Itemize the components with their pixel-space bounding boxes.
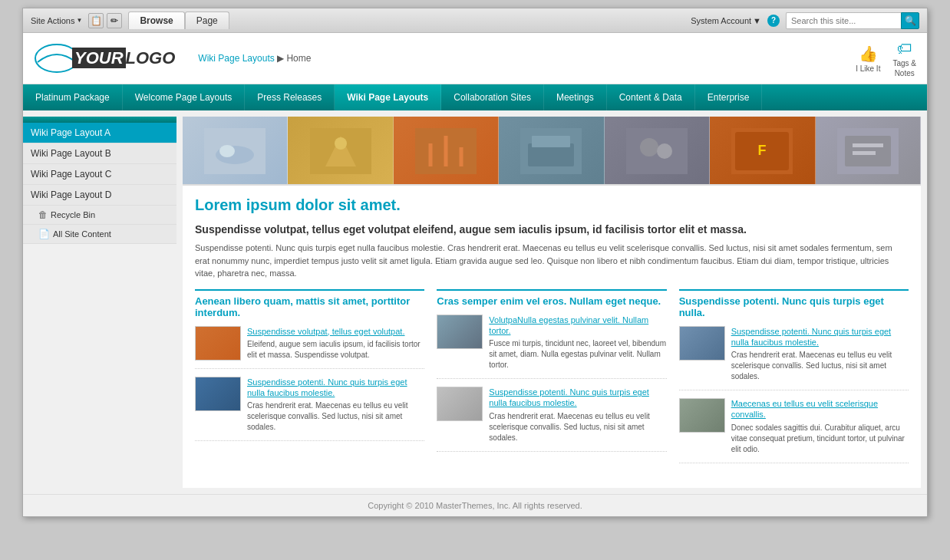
col1-item2-link[interactable]: Suspendisse potenti. Nunc quis turpis eg… [247, 377, 424, 399]
breadcrumb-link[interactable]: Wiki Page Layouts [198, 53, 274, 64]
nav-content[interactable]: Content & Data [607, 84, 695, 110]
help-button[interactable]: ? [767, 15, 780, 27]
recycle-bin-icon: 🗑 [38, 209, 48, 220]
banner-image-6: F [710, 117, 815, 186]
col2-item1-link[interactable]: VolutpaNulla egestas pulvinar velit. Nul… [489, 315, 666, 337]
site-footer: Copyright © 2010 MasterThemes, Inc. All … [23, 494, 927, 516]
col3-item1-text: Suspendisse potenti. Nunc quis turpis eg… [731, 326, 909, 383]
edit-properties-icon[interactable]: ✏ [107, 13, 122, 28]
system-account-menu[interactable]: System Account ▼ [691, 16, 761, 25]
banner-img-svg-2 [310, 128, 371, 174]
search-button[interactable]: 🔍 [901, 12, 919, 29]
sidebar-item-layout-d[interactable]: Wiki Page Layout D [23, 185, 176, 206]
col2-item2-text: Suspendisse potenti. Nunc quis turpis eg… [489, 387, 666, 443]
article-heading1: Lorem ipsum dolor sit amet. [195, 196, 909, 214]
banner-image-2 [288, 117, 393, 186]
notes-label: Notes [895, 69, 915, 77]
logo-text: YOURLOGO [72, 48, 175, 68]
nav-welcome[interactable]: Welcome Page Layouts [123, 84, 246, 110]
svg-point-15 [640, 138, 658, 156]
banner-image-5 [605, 117, 710, 186]
logo-your: YOUR [72, 48, 126, 68]
col2-item2: Suspendisse potenti. Nunc quis turpis eg… [437, 387, 666, 452]
column-2: Cras semper enim vel eros. Nullam eget n… [437, 289, 666, 471]
banner-img-svg-5 [626, 128, 688, 174]
col3-item1-link[interactable]: Suspendisse potenti. Nunc quis turpis eg… [731, 326, 909, 348]
breadcrumb: Wiki Page Layouts ▶ Home [198, 53, 311, 64]
edit-page-icon[interactable]: 📋 [88, 13, 104, 28]
col1-item1: Suspendisse volutpat, tellus eget volutp… [195, 326, 424, 369]
system-account-arrow: ▼ [753, 16, 761, 25]
tags-icon: 🏷 [896, 39, 914, 58]
banner-img-svg-4 [520, 128, 582, 174]
tags-notes-label: Tags & [892, 59, 916, 68]
svg-rect-22 [853, 143, 883, 147]
search-box: 🔍 [786, 12, 919, 29]
col2-item1-text: VolutpaNulla egestas pulvinar velit. Nul… [489, 315, 666, 371]
banner-img-svg-3 [415, 128, 477, 174]
banner-img-svg-6: F [731, 128, 793, 174]
banner-img-svg-7 [837, 128, 899, 174]
col3-item2-link[interactable]: Maecenas eu tellus eu velit scelerisque … [731, 398, 909, 420]
all-site-content-icon: 📄 [38, 229, 50, 239]
nav-collab[interactable]: Collaboration Sites [441, 84, 544, 110]
header-actions: 👍 I Like It 🏷 Tags & Notes [856, 39, 916, 77]
banner-image-7 [816, 117, 921, 186]
col2-item2-image [437, 387, 483, 421]
top-bar: Site Actions ▼ 📋 ✏ Browse Page System Ac… [23, 8, 927, 33]
svg-point-16 [657, 143, 672, 159]
banner-image-1 [183, 117, 288, 186]
header-left: YOURLOGO Wiki Page Layouts ▶ Home [34, 43, 311, 74]
sidebar-item-layout-b[interactable]: Wiki Page Layout B [23, 143, 176, 164]
col1-item1-image [195, 326, 241, 361]
col1-item1-text: Suspendisse volutpat, tellus eget volutp… [247, 326, 424, 361]
nav-press[interactable]: Press Releases [245, 84, 335, 110]
svg-point-3 [219, 145, 235, 157]
article: Lorem ipsum dolor sit amet. Suspendisse … [183, 186, 921, 482]
nav-wiki[interactable]: Wiki Page Layouts [335, 84, 441, 110]
system-account-label: System Account [691, 16, 751, 25]
banner-image-4 [499, 117, 604, 186]
search-input[interactable] [786, 12, 901, 29]
site-actions-menu[interactable]: Site Actions ▼ [31, 16, 82, 25]
breadcrumb-current: Home [286, 53, 311, 64]
main-navigation: Platinum Package Welcome Page Layouts Pr… [23, 84, 927, 110]
nav-meetings[interactable]: Meetings [544, 84, 607, 110]
top-bar-left: Site Actions ▼ 📋 ✏ Browse Page [31, 12, 229, 29]
sidebar: Wiki Page Layout A Wiki Page Layout B Wi… [23, 110, 176, 494]
banner-image-3 [394, 117, 499, 186]
recycle-bin-label: Recycle Bin [51, 210, 95, 219]
column-1: Aenean libero quam, mattis sit amet, por… [195, 289, 424, 471]
col3-item2-image [679, 398, 725, 433]
col3-item2-body: Donec sodales sagittis dui. Curabitur al… [731, 423, 909, 455]
nav-enterprise[interactable]: Enterprise [695, 84, 763, 110]
sidebar-item-layout-c[interactable]: Wiki Page Layout C [23, 164, 176, 185]
i-like-it-button[interactable]: 👍 I Like It [856, 44, 880, 73]
col3-header: Suspendisse potenti. Nunc quis turpis eg… [679, 289, 909, 318]
tags-notes-button[interactable]: 🏷 Tags & Notes [892, 39, 916, 77]
svg-point-6 [335, 137, 347, 150]
logo: YOURLOGO [34, 43, 175, 74]
main-content: F Lorem ipsum dolor sit amet. Suspendiss… [183, 117, 921, 488]
svg-rect-13 [532, 136, 570, 147]
col1-item2-body: Cras hendrerit erat. Maecenas eu tellus … [247, 400, 424, 433]
col1-item1-link[interactable]: Suspendisse volutpat, tellus eget volutp… [247, 326, 424, 337]
col2-item2-link[interactable]: Suspendisse potenti. Nunc quis turpis eg… [489, 387, 666, 409]
thumbs-up-icon: 👍 [859, 44, 877, 63]
top-bar-right: System Account ▼ ? 🔍 [691, 12, 919, 29]
col3-item2: Maecenas eu tellus eu velit scelerisque … [679, 398, 909, 463]
sidebar-item-layout-a[interactable]: Wiki Page Layout A [23, 123, 176, 143]
col2-item1-image [437, 315, 483, 349]
sidebar-header-bar [23, 117, 176, 123]
tab-page[interactable]: Page [185, 12, 229, 29]
i-like-it-label: I Like It [856, 64, 880, 73]
col1-item1-body: Eleifend, augue sem iaculis ipsum, id fa… [247, 339, 424, 361]
site-actions-label: Site Actions [31, 16, 74, 25]
nav-platinum[interactable]: Platinum Package [23, 84, 123, 110]
three-column-section: Aenean libero quam, mattis sit amet, por… [195, 289, 909, 471]
site-actions-arrow: ▼ [76, 17, 82, 24]
sidebar-all-site-content[interactable]: 📄 All Site Content [23, 225, 176, 244]
tab-browse[interactable]: Browse [128, 12, 184, 29]
sidebar-recycle-bin[interactable]: 🗑 Recycle Bin [23, 206, 176, 225]
col3-item1-body: Cras hendrerit erat. Maecenas eu tellus … [731, 350, 909, 382]
